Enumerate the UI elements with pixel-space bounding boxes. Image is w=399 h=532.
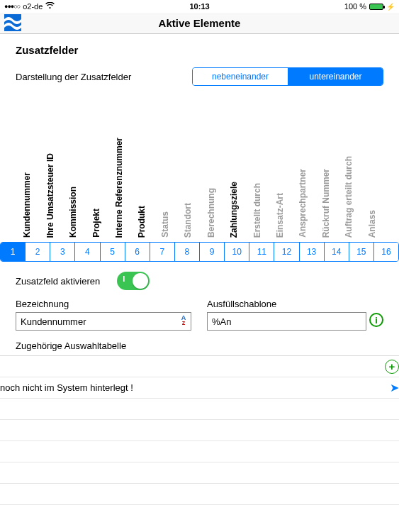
signal-dots: ●●●○○ xyxy=(4,3,20,10)
column-label: Berechnung xyxy=(200,135,223,242)
column-label: Status xyxy=(154,135,176,242)
status-time: 10:13 xyxy=(189,2,209,11)
nav-bar: Aktive Elemente xyxy=(0,13,399,34)
add-row: + xyxy=(0,356,399,377)
column-label: Auftrag erteilt durch xyxy=(337,135,360,242)
schablone-input[interactable] xyxy=(207,312,366,331)
seg-option-untereinander[interactable]: untereinander xyxy=(288,68,383,85)
info-icon[interactable]: i xyxy=(369,313,383,327)
column-label: Ansprechpartner xyxy=(291,135,314,242)
section-title: Zusatzfelder xyxy=(16,44,383,56)
empty-row xyxy=(0,484,399,505)
seg-option-nebeneinander[interactable]: nebeneinander xyxy=(193,68,288,85)
table-row-text: noch nicht im System hinterlegt ! xyxy=(0,382,133,393)
selection-table-label: Zugehörige Auswahltabelle xyxy=(16,340,383,351)
bezeichnung-input[interactable] xyxy=(16,312,191,331)
column-label: Projekt xyxy=(84,135,107,242)
column-label: Anlass xyxy=(361,135,383,242)
display-mode-segmented[interactable]: nebeneinander untereinander xyxy=(192,67,383,86)
charging-icon: ⚡ xyxy=(386,3,395,11)
column-labels-row: KundennummerIhre Umsatzsteuer IDKommissi… xyxy=(16,135,383,242)
table-row[interactable]: noch nicht im System hinterlegt !➤ xyxy=(0,377,399,399)
send-icon[interactable]: ➤ xyxy=(390,381,399,394)
column-label: Kundennummer xyxy=(16,135,38,242)
bezeichnung-label: Bezeichnung xyxy=(16,299,191,309)
page-title: Aktive Elemente xyxy=(159,17,241,29)
empty-row xyxy=(0,399,399,420)
column-label: Erstellt durch xyxy=(245,135,268,242)
column-number-3[interactable]: 3 xyxy=(50,243,74,261)
status-bar: ●●●○○ o2-de 10:13 100 % ⚡ xyxy=(0,0,399,13)
column-number-4[interactable]: 4 xyxy=(74,243,99,261)
column-number-7[interactable]: 7 xyxy=(150,243,174,261)
column-label: Standort xyxy=(176,135,199,242)
empty-row xyxy=(0,441,399,462)
column-number-13[interactable]: 13 xyxy=(299,243,324,261)
column-label: Produkt xyxy=(130,135,153,242)
app-logo-icon xyxy=(4,14,21,31)
add-button[interactable]: + xyxy=(385,360,399,374)
empty-row xyxy=(0,462,399,484)
column-number-12[interactable]: 12 xyxy=(274,243,298,261)
column-label: Kommission xyxy=(62,135,84,242)
column-number-10[interactable]: 10 xyxy=(224,243,249,261)
selection-table: + noch nicht im System hinterlegt !➤ xyxy=(0,355,399,505)
column-number-5[interactable]: 5 xyxy=(100,243,125,261)
carrier-label: o2-de xyxy=(23,2,43,11)
empty-row xyxy=(0,420,399,441)
column-label: Rückruf Nummer xyxy=(315,135,337,242)
column-label: Einsatz-Art xyxy=(269,135,291,242)
wifi-icon xyxy=(45,2,55,11)
battery-icon xyxy=(369,4,383,10)
column-label: Interne Referenznummer xyxy=(108,135,130,242)
activate-toggle[interactable]: I xyxy=(117,272,150,290)
schablone-label: Ausfüllschablone xyxy=(207,299,366,309)
column-number-8[interactable]: 8 xyxy=(174,243,199,261)
column-number-15[interactable]: 15 xyxy=(349,243,373,261)
sort-az-icon[interactable]: Az xyxy=(179,316,189,326)
column-numbers-segmented[interactable]: 12345678910111213141516 xyxy=(0,242,399,262)
column-label: Ihre Umsatzsteuer ID xyxy=(38,135,61,242)
column-label: Zahlungsziele xyxy=(223,135,245,242)
column-number-9[interactable]: 9 xyxy=(199,243,224,261)
column-number-6[interactable]: 6 xyxy=(125,243,150,261)
battery-pct: 100 % xyxy=(344,2,366,11)
column-number-11[interactable]: 11 xyxy=(249,243,274,261)
column-number-16[interactable]: 16 xyxy=(373,243,398,261)
column-number-14[interactable]: 14 xyxy=(324,243,349,261)
column-number-2[interactable]: 2 xyxy=(25,243,50,261)
activate-label: Zusatzfeld aktivieren xyxy=(16,276,100,287)
display-mode-label: Darstellung der Zusatzfelder xyxy=(16,72,131,82)
column-number-1[interactable]: 1 xyxy=(1,243,25,261)
